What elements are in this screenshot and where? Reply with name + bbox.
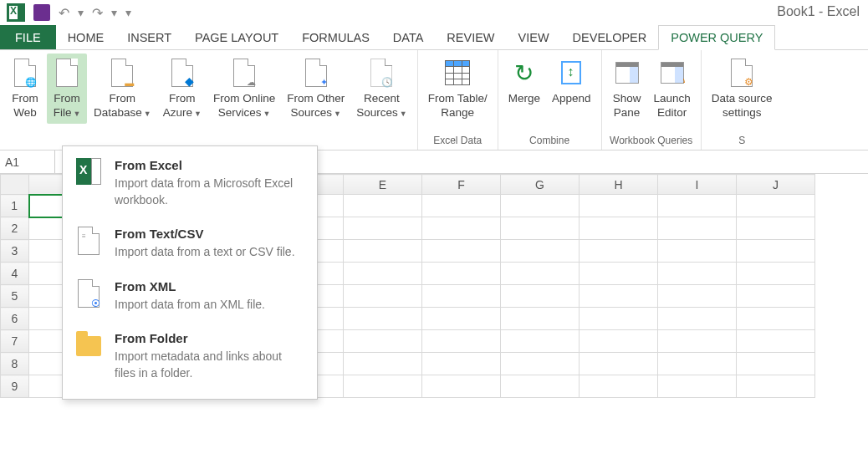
cell[interactable] <box>344 263 422 285</box>
cell[interactable] <box>580 308 658 330</box>
append-button[interactable]: Append <box>547 54 596 110</box>
cell[interactable] <box>422 195 501 217</box>
from-file-button[interactable]: From File▼ <box>47 54 87 124</box>
cell[interactable] <box>344 240 422 263</box>
row-header[interactable]: 6 <box>1 308 29 330</box>
cell[interactable] <box>501 330 580 353</box>
row-header[interactable]: 2 <box>1 217 29 240</box>
from-table-range-button[interactable]: From Table/ Range <box>423 54 493 124</box>
col-header[interactable]: G <box>501 175 580 195</box>
from-online-services-button[interactable]: ☁ From Online Services▼ <box>208 54 280 124</box>
data-source-settings-button[interactable]: ⚙ Data source settings <box>707 54 778 124</box>
cell[interactable] <box>580 375 658 398</box>
cell[interactable] <box>580 240 658 263</box>
tab-developer[interactable]: DEVELOPER <box>561 25 659 49</box>
cell[interactable] <box>737 240 815 263</box>
cell[interactable] <box>737 375 815 398</box>
col-header[interactable]: H <box>580 175 658 195</box>
cell[interactable] <box>658 353 737 375</box>
col-header[interactable]: F <box>422 175 501 195</box>
cell[interactable] <box>580 195 658 217</box>
cell[interactable] <box>344 375 422 398</box>
cell[interactable] <box>737 285 815 308</box>
from-database-button[interactable]: ▬ From Database▼ <box>89 54 156 124</box>
cell[interactable] <box>501 195 580 217</box>
menu-from-text-csv[interactable]: ≡ From Text/CSV Import data from a text … <box>63 220 317 273</box>
cell[interactable] <box>501 353 580 375</box>
cell[interactable] <box>580 353 658 375</box>
cell[interactable] <box>344 195 422 217</box>
cell[interactable] <box>422 353 501 375</box>
cell[interactable] <box>422 375 501 398</box>
cell[interactable] <box>501 308 580 330</box>
cell[interactable] <box>737 263 815 285</box>
menu-from-folder[interactable]: From Folder Import metadata and links ab… <box>63 324 317 393</box>
from-azure-button[interactable]: ◆ From Azure▼ <box>158 54 207 124</box>
cell[interactable] <box>737 330 815 353</box>
cell[interactable] <box>580 217 658 240</box>
redo-icon[interactable]: ↷ <box>92 5 103 21</box>
row-header[interactable]: 5 <box>1 285 29 308</box>
cell[interactable] <box>658 263 737 285</box>
cell[interactable] <box>501 263 580 285</box>
cell[interactable] <box>422 330 501 353</box>
cell[interactable] <box>658 308 737 330</box>
tab-formulas[interactable]: FORMULAS <box>290 25 381 49</box>
cell[interactable] <box>658 240 737 263</box>
from-web-button[interactable]: 🌐 From Web <box>5 54 45 124</box>
show-pane-button[interactable]: Show Pane <box>607 54 647 124</box>
cell[interactable] <box>422 263 501 285</box>
cell[interactable] <box>737 308 815 330</box>
row-header[interactable]: 8 <box>1 353 29 375</box>
cell[interactable] <box>737 217 815 240</box>
tab-data[interactable]: DATA <box>381 25 436 49</box>
cell[interactable] <box>658 330 737 353</box>
name-box[interactable]: A1 <box>0 150 55 173</box>
cell[interactable] <box>501 285 580 308</box>
cell[interactable] <box>344 330 422 353</box>
select-all-corner[interactable] <box>1 175 29 195</box>
cell[interactable] <box>422 240 501 263</box>
qat-customize-icon[interactable]: ▾ <box>125 6 131 19</box>
row-header[interactable]: 1 <box>1 195 29 217</box>
row-header[interactable]: 4 <box>1 263 29 285</box>
tab-page-layout[interactable]: PAGE LAYOUT <box>183 25 290 49</box>
cell[interactable] <box>658 195 737 217</box>
from-other-sources-button[interactable]: ✦ From Other Sources▼ <box>282 54 350 124</box>
col-header[interactable]: I <box>658 175 737 195</box>
cell[interactable] <box>422 285 501 308</box>
cell[interactable] <box>344 285 422 308</box>
cell[interactable] <box>580 285 658 308</box>
cell[interactable] <box>501 217 580 240</box>
cell[interactable] <box>501 375 580 398</box>
row-header[interactable]: 7 <box>1 330 29 353</box>
tab-file[interactable]: FILE <box>0 25 56 49</box>
cell[interactable] <box>658 285 737 308</box>
save-icon[interactable] <box>33 4 50 21</box>
menu-from-xml[interactable]: ⦿ From XML Import data from an XML file. <box>63 273 317 325</box>
row-header[interactable]: 9 <box>1 375 29 398</box>
undo-caret-icon[interactable]: ▾ <box>78 6 84 19</box>
row-header[interactable]: 3 <box>1 240 29 263</box>
cell[interactable] <box>344 353 422 375</box>
cell[interactable] <box>422 308 501 330</box>
cell[interactable] <box>344 308 422 330</box>
cell[interactable] <box>501 240 580 263</box>
cell[interactable] <box>422 217 501 240</box>
merge-button[interactable]: ↻ Merge <box>503 54 545 110</box>
cell[interactable] <box>658 217 737 240</box>
redo-caret-icon[interactable]: ▾ <box>111 6 117 19</box>
col-header[interactable]: J <box>737 175 815 195</box>
cell[interactable] <box>580 263 658 285</box>
cell[interactable] <box>658 375 737 398</box>
tab-insert[interactable]: INSERT <box>115 25 183 49</box>
cell[interactable] <box>344 217 422 240</box>
tab-home[interactable]: HOME <box>56 25 116 49</box>
tab-view[interactable]: VIEW <box>507 25 561 49</box>
tab-review[interactable]: REVIEW <box>435 25 506 49</box>
cell[interactable] <box>737 195 815 217</box>
tab-power-query[interactable]: POWER QUERY <box>658 25 775 50</box>
launch-editor-button[interactable]: ✎ Launch Editor <box>649 54 696 124</box>
recent-sources-button[interactable]: 🕓 Recent Sources▼ <box>351 54 411 124</box>
undo-icon[interactable]: ↶ <box>59 5 69 21</box>
